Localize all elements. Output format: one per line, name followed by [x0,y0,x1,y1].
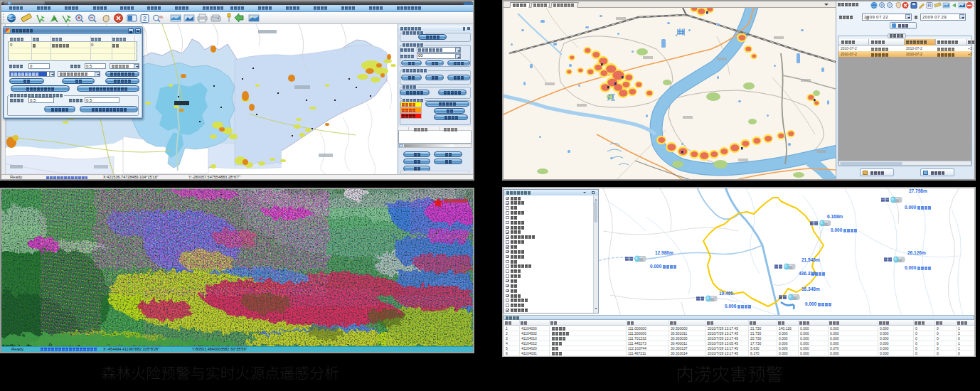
svg-text:R: R [927,3,931,8]
svg-text:%: % [159,15,164,19]
svg-text:2: 2 [143,15,147,22]
